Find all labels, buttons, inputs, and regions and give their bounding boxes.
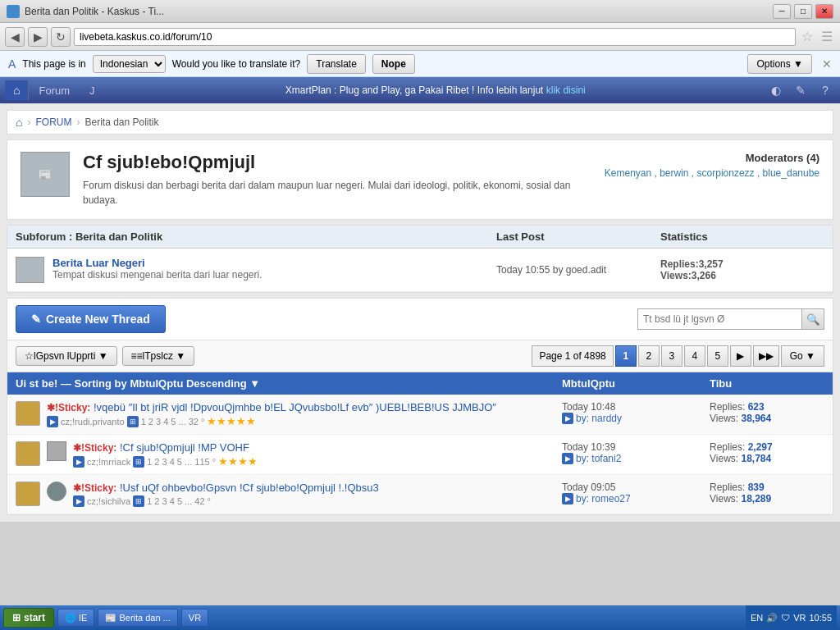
site-navbar: ⌂ Forum J XmartPlan : Plug and Play, ga … xyxy=(0,77,840,103)
taskbar-app2[interactable]: VR xyxy=(181,609,208,627)
thread-title: ✱!Sticky: !Cf sjub!Qpmjujl !MP VOHF xyxy=(73,441,562,454)
page-icon: ⊞ xyxy=(127,416,139,427)
back-button[interactable]: ◀ xyxy=(5,27,25,47)
site-j-nav[interactable]: J xyxy=(80,81,105,100)
bookmark-icon[interactable]: ☆ xyxy=(799,29,815,45)
thread-author[interactable]: cz;!sichilva xyxy=(87,496,130,506)
site-home-button[interactable]: ⌂ xyxy=(5,80,29,100)
table-row: ✱!Sticky: !Usf uQf ohbevbo!Gpsvn !Cf sju… xyxy=(7,475,833,514)
thread-col3-header: Tibu xyxy=(710,377,824,390)
by-icon: ▶ xyxy=(562,493,573,504)
thread-lastpost: Today 10:48 ▶ by: narddy xyxy=(562,401,710,424)
thread-meta: ▶ cz;!rudi.privanto ⊞ 1 2 3 4 5 ... 32 °… xyxy=(47,415,562,427)
mod-berwin[interactable]: berwin xyxy=(660,167,688,179)
translate-button[interactable]: Translate xyxy=(307,54,366,74)
subforum-subdesc: Tempat diskusi mengenai berita dari luar… xyxy=(52,269,262,281)
thread-author[interactable]: cz;!rudi.privanto xyxy=(61,417,125,427)
subforum-cell: Berita Luar Negeri Tempat diskusi mengen… xyxy=(16,257,496,283)
mod-scorpion[interactable]: scorpionzezz xyxy=(697,167,755,179)
site-highlight-icon[interactable]: ◐ xyxy=(766,80,786,100)
refresh-button[interactable]: ↻ xyxy=(51,27,71,47)
minimize-button[interactable]: ─ xyxy=(773,4,791,19)
taskbar-app1[interactable]: 📰 Berita dan ... xyxy=(98,609,177,627)
start-button[interactable]: ⊞ start xyxy=(3,608,54,628)
thread-title-link[interactable]: !Usf uQf ohbevbo!Gpsvn !Cf sjub!ebo!Qpmj… xyxy=(120,482,379,494)
thread-stars: ★★★★★ xyxy=(207,415,256,427)
thread-pages: 1 2 3 4 5 ... 115 ° xyxy=(147,457,216,467)
forum-mods-links: Kemenyan , berwin , scorpionzezz , blue_… xyxy=(605,167,819,179)
page-info: Page 1 of 4898 xyxy=(532,345,613,367)
thread-list-header: Ui st be! — Sorting by MbtuIQptu Descend… xyxy=(7,372,833,395)
nope-button[interactable]: Nope xyxy=(372,54,415,74)
by-icon: ▶ xyxy=(562,453,573,464)
address-bar[interactable] xyxy=(74,28,796,46)
last-poster[interactable]: by: romeo27 xyxy=(576,493,631,504)
language-select[interactable]: Indonesian xyxy=(93,55,166,73)
thread-title: ✱!Sticky: !Usf uQf ohbevbo!Gpsvn !Cf sju… xyxy=(73,482,562,494)
close-button[interactable]: ✕ xyxy=(815,4,833,19)
page-5-button[interactable]: 5 xyxy=(707,345,728,367)
thread-lastpost: Today 10:39 ▶ by: tofani2 xyxy=(562,441,710,464)
taskbar-tray: EN 🔊 🛡 VR 10:55 xyxy=(746,605,837,630)
mod-blue[interactable]: blue_danube xyxy=(763,167,819,179)
filter-sort-button[interactable]: ☆lGpsvn lUpprti ▼ xyxy=(16,346,117,366)
search-input[interactable] xyxy=(637,308,801,330)
browser-controls: ─ □ ✕ xyxy=(773,4,833,19)
thread-title-link[interactable]: !Cf sjub!Qpmjujl !MP VOHF xyxy=(120,441,249,454)
options-button[interactable]: Options ▼ xyxy=(747,54,812,74)
taskbar-app2-label: VR xyxy=(189,613,201,623)
thread-title-wrap: ✱!Sticky: !Cf sjub!Qpmjujl !MP VOHF ▶ cz… xyxy=(73,441,562,468)
banner-link[interactable]: klik disini xyxy=(546,84,586,96)
subforum-name[interactable]: Berita Luar Negeri xyxy=(52,257,262,269)
avatar xyxy=(16,441,40,466)
last-poster[interactable]: by: narddy xyxy=(576,413,622,424)
tray-en: EN xyxy=(751,613,763,623)
breadcrumb: ⌂ › FORUM › Berita dan Politik xyxy=(7,110,833,135)
page-go-button[interactable]: Go ▼ xyxy=(781,345,824,367)
thread-stars: ★★★★ xyxy=(218,455,258,468)
thread-views: 18,784 xyxy=(741,453,771,464)
thread-stats: Replies: 839 Views: 18,289 xyxy=(710,482,824,504)
taskbar-ie[interactable]: 🌐 IE xyxy=(57,609,94,627)
site-help-icon[interactable]: ? xyxy=(815,80,835,100)
thread-toolbar: ✎ Create New Thread 🔍 xyxy=(7,299,833,340)
thread-replies: 839 xyxy=(748,482,765,493)
thread-lastpost-time: Today 09:05 xyxy=(562,482,710,493)
thread-title-link[interactable]: !vqebü ″Il bt jriR vjdl !DpvouQjmhbe b!E… xyxy=(94,401,496,413)
pencil-icon: ✎ xyxy=(31,313,41,326)
thread-icon: ▶ xyxy=(73,495,84,507)
maximize-button[interactable]: □ xyxy=(794,4,812,19)
breadcrumb-home[interactable]: ⌂ xyxy=(16,116,22,129)
translate-close-icon[interactable]: ✕ xyxy=(822,57,832,71)
page-last-button[interactable]: ▶▶ xyxy=(753,345,779,367)
thread-replies: 2,297 xyxy=(748,441,773,453)
browser-navbar: ◀ ▶ ↻ ☆ ☰ xyxy=(0,23,840,51)
search-button[interactable]: 🔍 xyxy=(801,308,824,330)
create-thread-button[interactable]: ✎ Create New Thread xyxy=(16,305,166,333)
filter-type-button[interactable]: ≡≡lTpslcz ▼ xyxy=(122,346,195,366)
tray-sound-icon[interactable]: 🔊 xyxy=(766,613,778,623)
subforum-replies-val: 3,257 xyxy=(699,258,724,270)
table-row: ✱!Sticky: !Cf sjub!Qpmjujl !MP VOHF ▶ cz… xyxy=(7,435,833,475)
page-next-button[interactable]: ▶ xyxy=(730,345,751,367)
thread-author[interactable]: cz;!mrriack xyxy=(87,457,130,467)
taskbar-app1-label: Berita dan ... xyxy=(119,613,170,623)
page-2-button[interactable]: 2 xyxy=(638,345,660,367)
subforum-lastpost: Today 10:55 by goed.adit xyxy=(496,264,660,276)
mod-kemenyan[interactable]: Kemenyan xyxy=(605,167,651,179)
breadcrumb-forum[interactable]: FORUM xyxy=(35,116,71,128)
page-3-button[interactable]: 3 xyxy=(661,345,682,367)
tray-time: 10:55 xyxy=(809,613,832,623)
forward-button[interactable]: ▶ xyxy=(28,27,48,47)
site-edit-icon[interactable]: ✎ xyxy=(791,80,810,100)
last-poster[interactable]: by: tofani2 xyxy=(576,453,621,464)
page-4-button[interactable]: 4 xyxy=(684,345,705,367)
site-forum-nav[interactable]: Forum xyxy=(29,81,80,100)
thread-pages: 1 2 3 4 5 ... 32 ° xyxy=(141,417,205,427)
taskbar-ie-label: IE xyxy=(79,613,87,623)
page-icon: ⊞ xyxy=(133,456,144,468)
menu-icon[interactable]: ☰ xyxy=(819,29,835,45)
page-1-button[interactable]: 1 xyxy=(615,345,637,367)
tray-security-icon[interactable]: 🛡 xyxy=(781,613,790,623)
main-content: ⌂ › FORUM › Berita dan Politik 📰 Cf sjub… xyxy=(0,103,840,522)
